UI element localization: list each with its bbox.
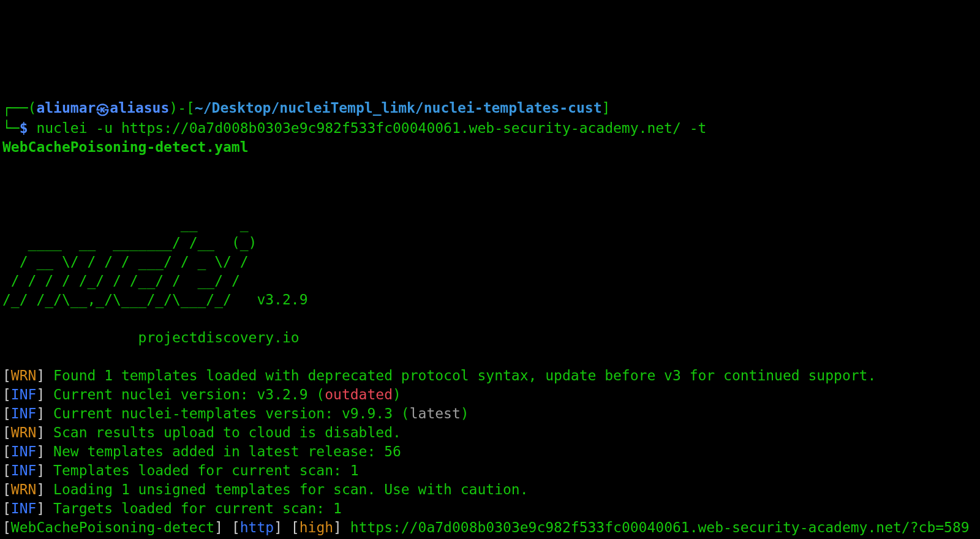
command-template-file: WebCachePoisoning-detect.yaml: [2, 139, 249, 155]
terminal-output: ┌──(aliumar㉿aliasus)-[~/Desktop/nucleiTe…: [0, 76, 980, 539]
prompt-sep-r: ]: [602, 100, 611, 116]
inf-tag: INF: [11, 500, 37, 516]
inf-2-msg: Current nuclei-templates version: v9.9.3…: [53, 405, 469, 421]
prompt-corner-bottom: └─: [2, 120, 20, 136]
ascii-banner-line-4: / / / / /_/ / /__/ / __/ /: [2, 273, 240, 288]
prompt-paren-close: ): [169, 100, 178, 116]
prompt-corner-top: ┌──: [2, 100, 28, 116]
prompt-cwd: ~/Desktop/nucleiTempl_limk/nuclei-templa…: [195, 100, 602, 116]
ascii-banner-line-1: __ _: [2, 216, 249, 232]
wrn-tag: WRN: [11, 368, 37, 383]
log-line-wrn-1: [WRN] Found 1 templates loaded with depr…: [2, 368, 876, 383]
wrn-tag: WRN: [11, 481, 37, 497]
prompt-host: aliasus: [110, 100, 169, 116]
prompt-user: aliumar: [36, 100, 96, 116]
log-line-wrn-2: [WRN] Scan results upload to cloud is di…: [2, 424, 401, 440]
inf-5-msg: Targets loaded for current scan: 1: [53, 500, 342, 516]
inf-1-msg: Current nuclei version: v3.2.9 (outdated…: [53, 386, 401, 402]
log-line-inf-2: [INF] Current nuclei-templates version: …: [2, 405, 469, 421]
prompt-line-1: ┌──(aliumar㉿aliasus)-[~/Desktop/nucleiTe…: [2, 100, 610, 116]
inf-tag: INF: [11, 443, 37, 459]
log-line-inf-3: [INF] New templates added in latest rele…: [2, 443, 401, 459]
log-line-wrn-3: [WRN] Loading 1 unsigned templates for s…: [2, 481, 529, 497]
project-url: projectdiscovery.io: [2, 330, 300, 345]
inf-3-msg: New templates added in latest release: 5…: [53, 443, 401, 459]
wrn-3-msg: Loading 1 unsigned templates for scan. U…: [53, 481, 528, 497]
result-line: [WebCachePoisoning-detect] [http] [high]…: [2, 519, 970, 539]
outdated-label: outdated: [325, 386, 393, 402]
result-protocol: http: [240, 519, 274, 535]
nuclei-version: v3.2.9: [257, 292, 307, 307]
prompt-line-2: └─$ nuclei -u https://0a7d008b0303e9c982…: [2, 120, 715, 136]
wrn-1-msg: Found 1 templates loaded with deprecated…: [53, 368, 876, 383]
wrn-tag: WRN: [11, 424, 37, 440]
wrn-2-msg: Scan results upload to cloud is disabled…: [53, 424, 401, 440]
inf-4-msg: Templates loaded for current scan: 1: [53, 462, 359, 478]
result-template-name: WebCachePoisoning-detect: [11, 519, 214, 535]
inf-tag: INF: [11, 462, 37, 478]
prompt-paren-open: (: [28, 100, 37, 116]
log-line-inf-4: [INF] Templates loaded for current scan:…: [2, 462, 359, 478]
command-text[interactable]: nuclei -u https://0a7d008b0303e9c982f533…: [36, 120, 715, 136]
inf-tag: INF: [11, 386, 37, 402]
skull-icon: ㉿: [96, 101, 110, 117]
result-severity: high: [300, 519, 333, 535]
ascii-banner-line-5: /_/ /_/\__,_/\___/_/\___/_/ v3.2.9: [2, 292, 308, 307]
log-line-inf-1: [INF] Current nuclei version: v3.2.9 (ou…: [2, 386, 401, 402]
prompt-sep-l: -[: [178, 100, 195, 116]
prompt-dollar: $: [20, 120, 37, 136]
ascii-banner-line-3: / __ \/ / / / ___/ / _ \/ /: [2, 254, 249, 270]
log-line-inf-5: [INF] Targets loaded for current scan: 1: [2, 500, 342, 516]
ascii-banner-line-2: ____ __ _______/ /__ (_): [2, 235, 257, 251]
latest-label: latest: [410, 405, 461, 421]
inf-tag: INF: [11, 405, 37, 421]
